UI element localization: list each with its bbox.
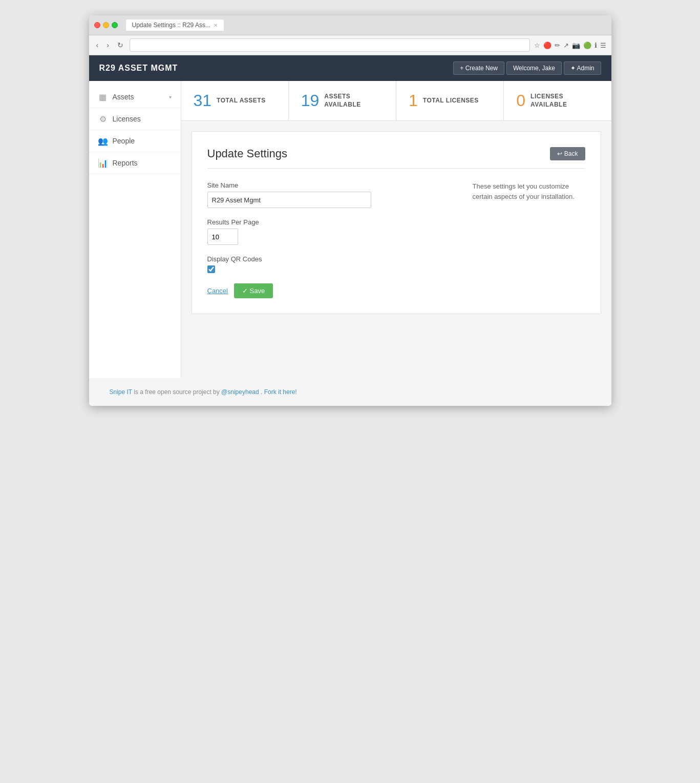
url-bar[interactable] (130, 38, 530, 52)
sidebar: ▦ Assets ▾ ⚙ Licenses 👥 People 📊 Reports (89, 81, 181, 378)
display-qr-wrapper (207, 265, 452, 273)
dot-green[interactable] (112, 22, 118, 28)
tab-title: Update Settings :: R29 Ass... (132, 22, 210, 29)
refresh-nav-btn[interactable]: ↻ (115, 40, 125, 50)
form-sidebar: These settings let you customize certain… (473, 181, 585, 298)
create-new-button[interactable]: + Create New (453, 61, 504, 75)
form-actions: Cancel ✓ Save (207, 283, 452, 298)
form-main: Site Name Results Per Page Display QR Co… (207, 181, 452, 298)
tab-close-btn[interactable]: ✕ (214, 23, 218, 28)
stat-assets-available: 19 ASSETS AVAILABLE (289, 81, 396, 120)
stat-number-total-licenses: 1 (409, 91, 418, 110)
admin-button[interactable]: ✦ Admin (564, 61, 601, 75)
sidebar-item-people[interactable]: 👥 People (89, 130, 181, 152)
results-per-page-group: Results Per Page (207, 218, 452, 245)
sidebar-item-label: Assets (113, 93, 134, 101)
back-nav-btn[interactable]: ‹ (94, 40, 101, 50)
extension-icon3: ↗ (563, 42, 569, 49)
site-name-group: Site Name (207, 181, 452, 208)
sidebar-item-label: People (113, 137, 135, 145)
stat-total-licenses: 1 TOTAL LICENSES (396, 81, 504, 120)
snipeit-link[interactable]: Snipe IT (110, 388, 132, 396)
stat-label-total-assets: TOTAL ASSETS (217, 97, 266, 105)
licenses-icon: ⚙ (98, 114, 108, 123)
sidebar-item-licenses[interactable]: ⚙ Licenses (89, 108, 181, 130)
site-name-input[interactable] (207, 192, 371, 208)
snipeyhead-link[interactable]: @snipeyhead (221, 388, 259, 396)
stat-number-licenses-available: 0 (516, 91, 525, 110)
dot-red[interactable] (94, 22, 100, 28)
sidebar-item-assets[interactable]: ▦ Assets ▾ (89, 86, 181, 108)
app-brand: R29 ASSET MGMT (99, 64, 178, 73)
app-body: ▦ Assets ▾ ⚙ Licenses 👥 People 📊 Reports (89, 81, 611, 378)
content-area: Update Settings ↩ Back Site Name (192, 131, 601, 314)
welcome-button[interactable]: Welcome, Jake (506, 61, 562, 75)
results-per-page-label: Results Per Page (207, 218, 452, 226)
help-text: These settings let you customize certain… (473, 181, 585, 201)
extension-icon2: ✏ (555, 42, 560, 49)
back-button[interactable]: ↩ Back (550, 147, 585, 160)
chevron-down-icon: ▾ (169, 94, 172, 100)
browser-icons: ☆ 🔴 ✏ ↗ 📷 🟢 ℹ ☰ (534, 42, 606, 49)
stat-licenses-available: 0 LICENSES AVAILABLE (504, 81, 611, 120)
browser-titlebar: Update Settings :: R29 Ass... ✕ (89, 15, 611, 35)
extension-icon6: ℹ (595, 42, 597, 49)
stats-bar: 31 TOTAL ASSETS 19 ASSETS AVAILABLE 1 TO… (181, 81, 611, 121)
people-icon: 👥 (98, 136, 108, 146)
extension-icon1: 🔴 (543, 42, 551, 49)
sidebar-item-label: Reports (113, 159, 138, 167)
fork-link[interactable]: Fork it here! (264, 388, 297, 396)
footer-text-mid: is a free open source project by (134, 388, 221, 396)
app: R29 ASSET MGMT + Create New Welcome, Jak… (89, 55, 611, 406)
content-header: Update Settings ↩ Back (207, 147, 585, 169)
menu-icon[interactable]: ☰ (600, 42, 606, 49)
stat-label-licenses-available: LICENSES AVAILABLE (531, 93, 599, 109)
sidebar-item-label: Licenses (113, 115, 141, 123)
browser-tab: Update Settings :: R29 Ass... ✕ (126, 19, 224, 31)
page-title: Update Settings (207, 147, 288, 160)
footer-text-after: . (261, 388, 264, 396)
display-qr-label: Display QR Codes (207, 255, 452, 263)
extension-icon4: 📷 (572, 42, 580, 49)
main-content: 31 TOTAL ASSETS 19 ASSETS AVAILABLE 1 TO… (181, 81, 611, 378)
form-layout: Site Name Results Per Page Display QR Co… (207, 181, 585, 298)
stat-label-assets-available: ASSETS AVAILABLE (324, 93, 384, 109)
app-header: R29 ASSET MGMT + Create New Welcome, Jak… (89, 55, 611, 81)
site-name-label: Site Name (207, 181, 452, 189)
bookmark-icon[interactable]: ☆ (534, 42, 540, 49)
display-qr-checkbox[interactable] (207, 265, 215, 273)
header-actions: + Create New Welcome, Jake ✦ Admin (453, 61, 601, 75)
save-button[interactable]: ✓ Save (234, 283, 273, 298)
dot-yellow[interactable] (103, 22, 109, 28)
cancel-button[interactable]: Cancel (207, 287, 228, 295)
extension-icon5: 🟢 (583, 42, 591, 49)
app-footer: Snipe IT is a free open source project b… (89, 378, 611, 406)
browser-dots (94, 22, 118, 28)
browser-window: Update Settings :: R29 Ass... ✕ ‹ › ↻ ☆ … (89, 15, 611, 406)
forward-nav-btn[interactable]: › (104, 40, 111, 50)
stat-label-total-licenses: TOTAL LICENSES (423, 97, 479, 105)
assets-icon: ▦ (98, 92, 108, 101)
stat-total-assets: 31 TOTAL ASSETS (181, 81, 289, 120)
sidebar-item-reports[interactable]: 📊 Reports (89, 152, 181, 174)
browser-toolbar: ‹ › ↻ ☆ 🔴 ✏ ↗ 📷 🟢 ℹ ☰ (89, 35, 611, 55)
stat-number-assets-available: 19 (301, 91, 320, 110)
results-per-page-input[interactable] (207, 229, 238, 245)
display-qr-group: Display QR Codes (207, 255, 452, 273)
stat-number-total-assets: 31 (194, 91, 212, 110)
reports-icon: 📊 (98, 158, 108, 168)
